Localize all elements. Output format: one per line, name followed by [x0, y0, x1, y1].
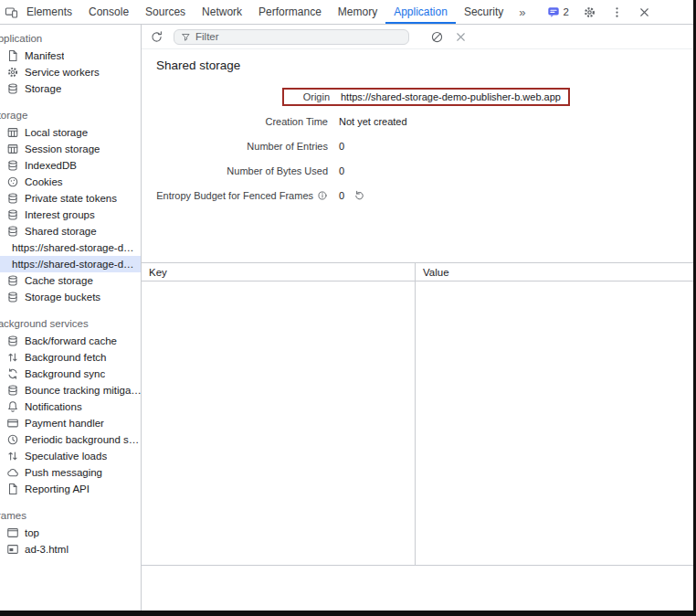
meta-row-inner: Number of Bytes Used0 [156, 165, 679, 176]
meta-row-number-of-bytes-used: Number of Bytes Used0 [156, 158, 679, 183]
sidebar-item-private-state-tokens[interactable]: Private state tokens [0, 190, 141, 207]
sidebar-item-label: Storage [25, 83, 61, 94]
issues-counter[interactable]: 2 [547, 5, 569, 18]
sidebar-item-label: Service workers [25, 67, 100, 78]
sidebar-item-bounce-tracking-mitiga[interactable]: Bounce tracking mitiga… [0, 382, 141, 398]
sidebar-item-reporting-api[interactable]: Reporting API [0, 481, 141, 497]
sidebar-item-speculative-loads[interactable]: Speculative loads [0, 448, 141, 464]
meta-row-inner: Creation TimeNot yet created [156, 116, 679, 127]
meta-row-entropy-budget-for-fenced-frames: Entropy Budget for Fenced Frames0 [156, 183, 679, 207]
meta-label-text: Origin [303, 91, 330, 102]
sidebar-item-label: Push messaging [25, 467, 102, 478]
sidebar-item-session-storage[interactable]: Session storage [0, 141, 141, 157]
sidebar-item-label: Shared storage [25, 226, 97, 237]
sidebar-item-interest-groups[interactable]: Interest groups [0, 207, 141, 223]
gear-icon [6, 66, 19, 79]
tab-performance[interactable]: Performance [250, 0, 330, 24]
meta-value-text: 0 [339, 165, 344, 176]
sidebar-item-notifications[interactable]: Notifications [0, 398, 141, 415]
reset-budget-icon[interactable] [353, 189, 365, 201]
tab-application[interactable]: Application [385, 0, 456, 24]
sidebar-item-label: Speculative loads [25, 451, 107, 462]
filter-box[interactable] [174, 29, 409, 45]
filter-input[interactable] [195, 31, 402, 42]
section-title-frames[interactable]: Frames [0, 508, 141, 525]
sidebar-item-label: https://shared-storage-d… [12, 259, 134, 270]
info-icon[interactable] [317, 190, 328, 201]
column-header-value[interactable]: Value [416, 263, 693, 281]
meta-label-text: Number of Bytes Used [227, 165, 328, 176]
device-toolbar-icon[interactable] [5, 5, 18, 19]
sidebar-item-https-shared-storage-d[interactable]: https://shared-storage-d… [0, 239, 141, 256]
grid-header: KeyValue [142, 262, 693, 281]
section-title-storage[interactable]: Storage [0, 108, 141, 124]
meta-label-text: Entropy Budget for Fenced Frames [156, 190, 313, 201]
sidebar-item-cache-storage[interactable]: Cache storage [0, 272, 141, 289]
sidebar-item-storage-buckets[interactable]: Storage buckets [0, 289, 141, 305]
database-icon [6, 335, 19, 347]
sidebar-item-label: Cookies [25, 176, 63, 187]
sidebar-item-shared-storage[interactable]: Shared storage [0, 223, 141, 239]
sidebar-item-periodic-background-s[interactable]: Periodic background s… [0, 431, 141, 448]
cookie-icon [6, 175, 19, 188]
sidebar-item-label: Reporting API [25, 483, 90, 494]
sidebar-item-label: ad-3.html [25, 544, 69, 555]
sidebar-item-label: Periodic background s… [25, 434, 139, 445]
tab-security[interactable]: Security [456, 0, 511, 24]
settings-gear-icon[interactable] [583, 5, 596, 19]
tab-console[interactable]: Console [80, 0, 137, 24]
database-icon [6, 208, 19, 221]
sidebar-item-back-forward-cache[interactable]: Back/forward cache [0, 333, 141, 349]
shared-storage-items-grid: KeyValue [142, 262, 693, 566]
sidebar-item-https-shared-storage-d[interactable]: https://shared-storage-d… [0, 256, 141, 272]
tab-elements[interactable]: Elements [18, 0, 80, 24]
sidebar-section-storage: StorageLocal storageSession storageIndex… [0, 108, 141, 305]
meta-value: 0 [339, 165, 344, 176]
sidebar-item-label: Cache storage [25, 275, 93, 286]
sidebar-item-background-fetch[interactable]: Background fetch [0, 349, 141, 366]
bell-icon [6, 400, 19, 413]
sidebar-item-service-workers[interactable]: Service workers [0, 64, 141, 80]
section-title-background-services[interactable]: Background services [0, 316, 141, 333]
meta-value: 0 [339, 189, 365, 201]
column-header-key[interactable]: Key [142, 263, 416, 281]
sidebar-item-label: Back/forward cache [25, 335, 117, 346]
updown-arrows-icon [6, 351, 19, 364]
sidebar-item-ad-3-html[interactable]: ad-3.html [0, 541, 141, 558]
meta-value-text: Not yet created [339, 116, 407, 127]
section-title-application[interactable]: Application [0, 31, 141, 48]
tabbar-right: 2 [547, 5, 693, 19]
application-sidebar: ApplicationManifestService workersStorag… [0, 25, 142, 611]
sidebar-item-push-messaging[interactable]: Push messaging [0, 464, 141, 481]
close-devtools-icon[interactable] [638, 5, 651, 19]
meta-label-text: Creation Time [266, 116, 328, 127]
tab-sources[interactable]: Sources [137, 0, 194, 24]
panel-toolbar [142, 25, 693, 49]
sidebar-item-local-storage[interactable]: Local storage [0, 124, 141, 141]
meta-value: https://shared-storage-demo-publisher-b.… [341, 91, 561, 102]
kebab-menu-icon[interactable] [610, 5, 624, 19]
tab-network[interactable]: Network [194, 0, 250, 24]
sidebar-item-label: Payment handler [25, 418, 104, 429]
clear-all-icon[interactable] [430, 30, 444, 44]
more-tabs-chevron[interactable]: » [511, 5, 533, 19]
sidebar-item-label: https://shared-storage-d… [12, 242, 134, 253]
delete-selected-icon[interactable] [454, 30, 468, 44]
tab-memory[interactable]: Memory [330, 0, 385, 24]
database-icon [6, 225, 19, 238]
refresh-icon[interactable] [150, 30, 163, 44]
sidebar-item-manifest[interactable]: Manifest [0, 48, 141, 64]
sidebar-item-label: Notifications [25, 401, 82, 412]
sidebar-item-label: Storage buckets [25, 292, 100, 303]
cloud-icon [6, 466, 19, 479]
sidebar-item-payment-handler[interactable]: Payment handler [0, 415, 141, 431]
sidebar-item-indexeddb[interactable]: IndexedDB [0, 157, 141, 174]
meta-row-creation-time: Creation TimeNot yet created [156, 109, 679, 133]
sidebar-item-background-sync[interactable]: Background sync [0, 366, 141, 382]
sidebar-item-cookies[interactable]: Cookies [0, 174, 141, 190]
sidebar-item-top[interactable]: top [0, 525, 141, 541]
meta-value: 0 [339, 141, 344, 152]
meta-label: Number of Bytes Used [156, 165, 339, 176]
column-divider[interactable] [415, 281, 416, 565]
sidebar-item-storage[interactable]: Storage [0, 80, 141, 97]
